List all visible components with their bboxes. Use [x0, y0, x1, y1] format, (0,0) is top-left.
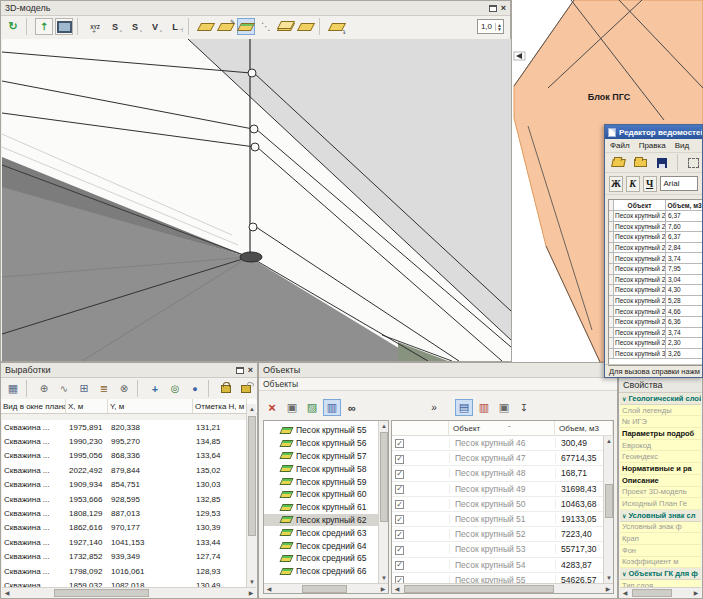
zoom-point-icon[interactable]	[35, 380, 53, 397]
property-row[interactable]: № ИГЭ	[620, 416, 701, 428]
list-item[interactable]: Песок крупный 55	[264, 424, 379, 437]
property-row[interactable]: Объекты ГК для ф	[620, 568, 701, 580]
scroll-left-icon[interactable]: ◀	[2, 588, 12, 598]
scroll-left-icon[interactable]: ◀	[392, 584, 402, 594]
borehole-row[interactable]: Скважина ... 1953,666 928,595 132,85	[2, 492, 248, 506]
scroll-up-icon[interactable]: ▲	[247, 404, 257, 414]
property-row[interactable]: Геологический слой	[620, 393, 701, 405]
report-row[interactable]: Песок крупный 2 2,30	[609, 338, 703, 349]
object-row[interactable]: Песок крупный 51 19133,05	[392, 512, 603, 527]
plan-grid-icon[interactable]	[4, 380, 22, 397]
list-item[interactable]: Песок крупный 56	[264, 437, 379, 450]
col-h[interactable]: Отметка H, м	[193, 399, 247, 413]
close-panel-icon[interactable]: ×	[248, 367, 253, 374]
row-checkbox[interactable]	[395, 500, 404, 509]
list-item[interactable]: Песок крупный 62	[264, 514, 379, 527]
property-row[interactable]: Фон	[620, 545, 701, 557]
open-file-icon[interactable]	[609, 154, 627, 171]
scroll-down-icon[interactable]: ▼	[247, 577, 257, 587]
scroll-left-icon[interactable]: ◀	[620, 588, 630, 598]
row-checkbox[interactable]	[395, 485, 404, 494]
move-pts-icon[interactable]	[146, 380, 164, 397]
target-pt-icon[interactable]	[166, 380, 184, 397]
report-row[interactable]: Песок крупный 2 6,37	[609, 211, 703, 222]
object-row[interactable]: Песок крупный 55 54626,57	[392, 573, 603, 583]
report-row[interactable]: Песок крупный 2 7,95	[609, 264, 703, 275]
v-square-icon[interactable]	[146, 18, 164, 35]
property-row[interactable]: Слой легенды	[620, 405, 701, 417]
slab-edit-icon[interactable]	[217, 18, 235, 35]
scroll-down-icon[interactable]: ▼	[379, 573, 389, 583]
list-item[interactable]: Песок крупный 59	[264, 475, 379, 488]
property-row[interactable]: Геоиндекс	[620, 451, 701, 463]
property-row[interactable]: Коэффициент м	[620, 557, 701, 569]
new-file-icon[interactable]	[631, 154, 649, 171]
row-checkbox[interactable]	[395, 576, 404, 583]
display-icon[interactable]	[55, 18, 73, 35]
menu-item[interactable]: Правка	[639, 141, 666, 150]
borehole-row[interactable]: Скважина ... 1990,230 995,270 134,85	[2, 434, 248, 448]
borehole-row[interactable]: Скважина ... 1732,852 939,349 127,74	[2, 550, 248, 564]
object-row[interactable]: Песок крупный 52 7223,40	[392, 527, 603, 542]
3d-viewport[interactable]	[2, 39, 509, 360]
curve-edit-icon[interactable]	[55, 380, 73, 397]
report-row[interactable]: Песок крупный 2 3,74	[609, 253, 703, 264]
delete-x-icon[interactable]	[263, 399, 281, 416]
list-item[interactable]: Песок крупный 58	[264, 462, 379, 475]
scroll-right-icon[interactable]: ▶	[246, 588, 256, 598]
properties-hscrollbar[interactable]: ◀ ▶	[620, 587, 701, 597]
report-row[interactable]: Песок крупный 2 7,60	[609, 222, 703, 233]
slab-pair-icon[interactable]	[277, 18, 295, 35]
depth-spinner[interactable]: 1,0 ▲▼	[477, 19, 504, 34]
font-select[interactable]: Arial	[660, 176, 698, 191]
unlock-icon[interactable]	[237, 380, 255, 397]
float-panel-icon[interactable]	[236, 367, 244, 374]
italic-button[interactable]: К	[626, 176, 640, 192]
s-square-icon[interactable]	[126, 18, 144, 35]
property-row[interactable]: Проект 3D-модель	[620, 487, 701, 499]
report-row[interactable]: Песок крупный 3 3,26	[609, 349, 703, 360]
property-row[interactable]: Условный знак сл	[620, 510, 701, 522]
vyrabotki-vscrollbar[interactable]: ▲ ▼	[246, 404, 256, 587]
dialog-titlebar[interactable]: Редактор ведомостей -	[605, 125, 702, 139]
report-row[interactable]: Песок крупный 2 4,30	[609, 285, 703, 296]
refresh-icon[interactable]	[4, 18, 22, 35]
report-row[interactable]: Песок крупный 2 6,37	[609, 232, 703, 243]
columns-sel-icon[interactable]	[323, 399, 341, 416]
col-y[interactable]: Y, м	[108, 399, 193, 413]
report-row[interactable]: Песок крупный 2 4,66	[609, 306, 703, 317]
report-row[interactable]: Песок крупный 2 2,84	[609, 243, 703, 254]
table-hscrollbar[interactable]: ◀ ▶	[392, 583, 613, 593]
col-volume[interactable]: Объем, м3	[555, 421, 613, 435]
scroll-right-icon[interactable]: ▶	[378, 584, 388, 594]
scroll-up-icon[interactable]: ▲	[604, 436, 614, 446]
slab-active-icon[interactable]	[237, 18, 255, 35]
save-icon[interactable]	[653, 154, 671, 171]
copy-page2-icon[interactable]	[495, 399, 513, 416]
list-item[interactable]: Песок средний 65	[264, 552, 379, 565]
list-item[interactable]: Песок средний 64	[264, 539, 379, 552]
point-del-icon[interactable]	[115, 380, 133, 397]
overflow-icon[interactable]: »	[425, 399, 443, 416]
menu-item[interactable]: Вид	[675, 141, 689, 150]
scroll-right-icon[interactable]: ▶	[691, 588, 701, 598]
report-row[interactable]: Песок крупный 2 5,28	[609, 296, 703, 307]
property-row[interactable]: Параметры подроб	[620, 428, 701, 440]
property-row[interactable]: Исходный План Ге	[620, 498, 701, 510]
import-model-icon[interactable]	[35, 18, 53, 35]
scroll-left-icon[interactable]: ◀	[264, 584, 274, 594]
cabinet-icon[interactable]	[475, 399, 493, 416]
xyz-icon[interactable]	[86, 18, 104, 35]
slab-export-icon[interactable]	[328, 18, 346, 35]
list-vscrollbar[interactable]: ▲ ▼	[378, 421, 388, 583]
selection-box-icon[interactable]	[684, 154, 702, 171]
slab-icon[interactable]	[197, 18, 215, 35]
list-item[interactable]: Песок средний 66	[264, 565, 379, 578]
underline-button[interactable]: Ч	[643, 176, 657, 192]
paint-pt-icon[interactable]	[186, 380, 204, 397]
col-object[interactable]: Объект ˆ	[449, 421, 555, 435]
borehole-row[interactable]: Скважина ... 1909,934 854,751 130,03	[2, 478, 248, 492]
spinner-arrows-icon[interactable]: ▲▼	[495, 23, 503, 31]
object-row[interactable]: Песок крупный 54 4283,87	[392, 558, 603, 573]
binoculars-icon[interactable]	[343, 399, 361, 416]
